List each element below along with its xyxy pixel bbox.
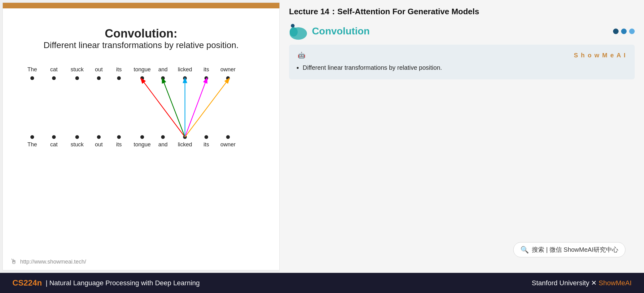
nav-dot-3[interactable]: [629, 29, 635, 34]
slide-panel: Convolution: Different linear transforma…: [2, 2, 280, 270]
svg-text:The: The: [27, 66, 37, 73]
svg-text:and: and: [158, 141, 167, 148]
svg-text:its: its: [116, 66, 122, 73]
svg-point-18: [204, 76, 208, 80]
svg-text:out: out: [95, 141, 103, 148]
ai-icon: 🤖: [298, 51, 305, 59]
svg-line-43: [185, 80, 206, 137]
notes-bullet-1: Different linear transformations by rela…: [303, 63, 626, 73]
svg-point-13: [97, 76, 101, 80]
nav-dot-1[interactable]: [613, 29, 619, 34]
notes-header: 🤖 S h o w M e A I: [298, 51, 626, 59]
svg-point-21: [52, 135, 56, 139]
svg-point-12: [75, 76, 79, 80]
svg-text:licked: licked: [177, 66, 192, 73]
section-title: Convolution: [312, 25, 370, 37]
svg-point-16: [161, 76, 165, 80]
notes-card: 🤖 S h o w M e A I Different linear trans…: [289, 45, 635, 79]
slide-footer: 🖱 http://www.showmeai.tech/: [10, 258, 86, 266]
bottom-bar: CS224n | Natural Language Processing wit…: [0, 273, 644, 293]
search-icon: 🔍: [520, 246, 529, 254]
svg-point-29: [226, 135, 230, 139]
cursor-icon: 🖱: [10, 258, 17, 266]
svg-text:stuck: stuck: [70, 66, 84, 73]
svg-text:its: its: [204, 66, 209, 73]
svg-text:tongue: tongue: [134, 66, 151, 73]
svg-text:owner: owner: [220, 141, 235, 148]
svg-point-20: [30, 135, 34, 139]
slide-title: Convolution:: [105, 27, 177, 40]
course-label: CS224n: [12, 278, 42, 288]
svg-text:its: its: [204, 141, 209, 148]
svg-point-25: [140, 135, 144, 139]
svg-line-44: [185, 80, 228, 137]
svg-point-17: [183, 76, 187, 80]
svg-point-26: [161, 135, 165, 139]
search-label: 搜索 | 微信 ShowMeAI研究中心: [532, 246, 618, 254]
svg-point-22: [75, 135, 79, 139]
svg-text:cat: cat: [50, 66, 57, 73]
section-header: Convolution: [289, 23, 635, 40]
svg-text:out: out: [95, 66, 103, 73]
svg-point-45: [291, 24, 295, 28]
svg-text:its: its: [116, 141, 122, 148]
svg-point-15: [140, 76, 144, 80]
svg-line-40: [142, 80, 185, 137]
notes-content: Different linear transformations by rela…: [298, 63, 626, 73]
svg-point-19: [226, 76, 230, 80]
svg-point-24: [117, 135, 121, 139]
svg-line-41: [163, 80, 185, 137]
slide-top-bar: [3, 3, 279, 8]
lecture-title: Lecture 14：Self-Attention For Generative…: [289, 6, 635, 17]
showmeai-brand: S h o w M e A I: [574, 52, 626, 59]
nav-dots: [613, 29, 635, 34]
svg-point-11: [52, 76, 56, 80]
convolution-diagram: The cat stuck out its tongue and licked …: [20, 63, 262, 168]
search-bar[interactable]: 🔍 搜索 | 微信 ShowMeAI研究中心: [513, 242, 625, 257]
right-panel: Lecture 14：Self-Attention For Generative…: [280, 0, 644, 273]
svg-text:and: and: [158, 66, 167, 73]
slide-subtitle: Different linear transformations by rela…: [44, 40, 239, 50]
svg-point-23: [97, 135, 101, 139]
svg-point-47: [290, 27, 298, 37]
main-content: Convolution: Different linear transforma…: [0, 0, 644, 273]
nav-dot-2[interactable]: [621, 29, 627, 34]
diagram-area: The cat stuck out its tongue and licked …: [15, 60, 267, 264]
footer-url: http://www.showmeai.tech/: [20, 259, 86, 265]
university-brand: Stanford University ✕ ShowMeAI: [532, 279, 632, 287]
svg-text:cat: cat: [50, 141, 57, 148]
bottom-left: CS224n | Natural Language Processing wit…: [12, 278, 200, 288]
svg-text:licked: licked: [177, 141, 192, 148]
svg-point-14: [117, 76, 121, 80]
svg-point-10: [30, 76, 34, 80]
course-description: | Natural Language Processing with Deep …: [46, 279, 199, 287]
svg-text:stuck: stuck: [70, 141, 84, 148]
svg-point-28: [204, 135, 208, 139]
section-icon: [289, 23, 308, 40]
slide-content: Convolution: Different linear transforma…: [3, 8, 279, 270]
svg-text:tongue: tongue: [134, 141, 151, 148]
svg-text:owner: owner: [220, 66, 235, 73]
bottom-right: Stanford University ✕ ShowMeAI: [532, 279, 632, 287]
svg-text:The: The: [27, 141, 37, 148]
